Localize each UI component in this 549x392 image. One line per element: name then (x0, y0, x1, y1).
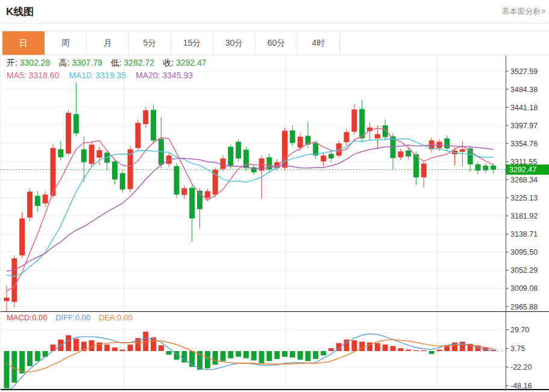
ohlc-label: 开: (7, 58, 20, 67)
price-tick-label: 3397.97 (510, 122, 538, 130)
macd-hist-bar (205, 351, 210, 369)
candle-body (19, 219, 25, 255)
macd-legend-item: DIFF:0.00 (55, 313, 90, 322)
candle-body (298, 137, 303, 148)
ohlc-value: 3307.79 (72, 58, 102, 67)
macd-hist-bar (96, 343, 102, 351)
tab-4时[interactable]: 4时 (298, 31, 340, 55)
page-title: K线图 (6, 5, 34, 19)
price-tick-label: 3052.29 (510, 266, 538, 275)
candle-body (344, 132, 350, 142)
macd-legend: MACD:0.00DIFF:0.00DEA:0.00 (7, 313, 141, 322)
candle-body (483, 166, 488, 170)
ma-legend: MA5: 3318.60MA10: 3319.35MA20: 3345.93 (7, 70, 202, 80)
candle-body (406, 151, 411, 157)
price-tick-label: 3095.50 (510, 248, 538, 257)
price-tick-label: 3484.38 (510, 86, 538, 94)
macd-hist-bar (213, 351, 218, 365)
macd-tick-label: -22.20 (510, 363, 532, 372)
main-candlestick-canvas[interactable]: 3527.593484.383441.183397.973354.763311.… (1, 55, 549, 311)
ma-legend-item: MA5: 3318.60 (7, 70, 59, 80)
price-tick-label: 3138.71 (510, 230, 538, 238)
macd-hist-bar (228, 351, 233, 358)
price-tick-label: 3527.59 (510, 67, 538, 76)
macd-hist-bar (158, 345, 164, 351)
ohlc-label: 低: (111, 58, 124, 67)
tab-日[interactable]: 日 (2, 31, 45, 55)
candle-body (421, 164, 427, 178)
candle-body (351, 110, 357, 132)
candle-body (35, 196, 40, 206)
macd-hist-bar (406, 350, 411, 351)
macd-hist-bar (166, 351, 172, 355)
macd-hist-bar (413, 350, 419, 351)
tab-60分[interactable]: 60分 (256, 31, 298, 55)
tab-周[interactable]: 周 (45, 31, 87, 55)
period-tabs: 日周月5分15分30分60分4时 (0, 31, 549, 55)
candle-body (135, 123, 140, 148)
tab-30分[interactable]: 30分 (213, 31, 256, 55)
candle-body (58, 149, 63, 157)
ohlc-legend: 开: 3302.28高: 3307.79低: 3282.72收: 3292.47 (7, 58, 215, 69)
price-tick-label: 2965.88 (510, 303, 538, 311)
macd-legend-item: MACD:0.00 (7, 313, 47, 322)
ma-legend-item: MA20: 3345.93 (136, 70, 193, 80)
candle-body (181, 188, 187, 195)
macd-hist-bar (89, 340, 95, 351)
macd-hist-bar (236, 351, 241, 357)
macd-hist-bar (359, 341, 365, 351)
macd-hist-bar (243, 351, 249, 358)
macd-hist-bar (120, 350, 125, 351)
macd-hist-bar (27, 351, 33, 366)
macd-hist-bar (375, 343, 380, 351)
ma-legend-item: MA10: 3319.35 (69, 70, 126, 80)
tab-月[interactable]: 月 (87, 31, 129, 55)
macd-hist-bar (266, 351, 272, 361)
candle-body (120, 173, 125, 190)
macd-hist-bar (383, 344, 388, 351)
fundamental-analysis-link[interactable]: 基本面分析> (501, 6, 545, 17)
candle-body (282, 131, 287, 167)
macd-hist-bar (421, 350, 427, 351)
macd-hist-bar (313, 351, 318, 359)
macd-hist-bar (460, 341, 465, 351)
ma5-line (7, 128, 494, 291)
tab-15分[interactable]: 15分 (171, 31, 213, 55)
candle-body (27, 191, 33, 217)
macd-hist-bar (290, 351, 295, 358)
macd-canvas[interactable]: 29.703.75-22.20-48.16 (1, 311, 549, 390)
chart-area: 开: 3302.28高: 3307.79低: 3282.72收: 3292.47… (0, 55, 549, 390)
candle-body (444, 138, 450, 149)
candle-body (11, 258, 17, 302)
candle-body (328, 154, 334, 159)
macd-hist-bar (251, 351, 257, 361)
macd-hist-bar (19, 351, 25, 373)
macd-hist-bar (305, 351, 310, 361)
macd-hist-bar (35, 351, 40, 361)
candle-body (151, 110, 156, 140)
candle-body (43, 194, 48, 204)
macd-hist-bar (398, 348, 403, 351)
tab-5分[interactable]: 5分 (129, 31, 171, 55)
candle-body (321, 155, 326, 161)
current-price-badge-label: 3292.47 (509, 166, 536, 174)
macd-hist-bar (43, 351, 48, 357)
macd-hist-bar (321, 351, 326, 355)
candle-body (96, 150, 102, 158)
macd-hist-bar (391, 346, 396, 351)
ohlc-value: 3302.28 (20, 58, 51, 67)
candle-body (74, 114, 79, 133)
macd-hist-bar (429, 351, 434, 354)
candle-body (491, 166, 496, 170)
candle-body (475, 164, 481, 170)
price-tick-label: 3354.76 (510, 140, 538, 148)
ohlc-label: 高: (58, 58, 72, 67)
candle-body (66, 113, 71, 154)
kline-widget: K线图 基本面分析> 日周月5分15分30分60分4时 开: 3302.28高:… (0, 0, 549, 392)
macd-hist-bar (112, 347, 118, 351)
candle-body (205, 191, 210, 198)
macd-hist-bar (128, 344, 133, 351)
candle-body (375, 134, 380, 138)
candle-body (228, 147, 233, 166)
candle-body (189, 188, 195, 219)
